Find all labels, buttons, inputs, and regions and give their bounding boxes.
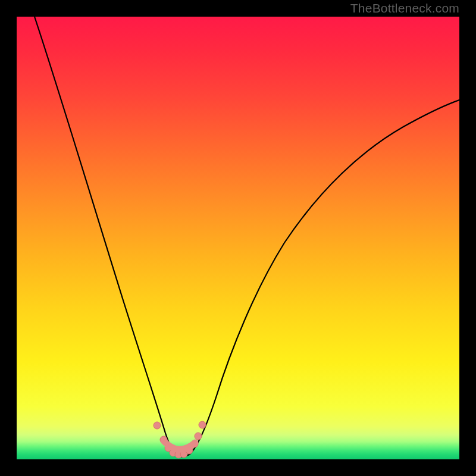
plot-area [17,17,459,459]
bottleneck-curve [35,17,459,456]
svg-point-8 [195,433,202,440]
svg-point-0 [154,422,161,429]
svg-point-9 [199,421,206,428]
min-region-band [164,441,195,449]
curve-layer [17,17,459,459]
chart-frame: TheBottleneck.com [0,0,476,476]
watermark-text: TheBottleneck.com [350,1,459,15]
